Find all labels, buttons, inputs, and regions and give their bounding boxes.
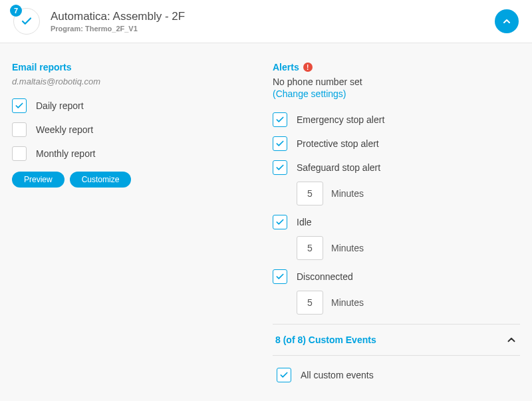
- monthly-report-row: Monthly report: [12, 146, 259, 161]
- weekly-report-checkbox[interactable]: [12, 122, 27, 137]
- disconnected-minutes-input[interactable]: [297, 291, 323, 315]
- preview-button[interactable]: Preview: [12, 172, 65, 188]
- all-custom-events-row: All custom events: [277, 368, 516, 382]
- idle-minutes-input[interactable]: [297, 236, 323, 260]
- email-reports-column: Email reports d.maltais@robotiq.com Dail…: [12, 62, 259, 394]
- no-phone-text: No phone number set: [273, 76, 520, 87]
- daily-report-label: Daily report: [36, 100, 84, 111]
- check-icon: [15, 101, 24, 110]
- chevron-up-icon: [501, 16, 512, 27]
- check-icon: [21, 15, 33, 27]
- disconnected-row: Disconnected: [273, 269, 520, 284]
- header-left: 7 Automatica: Assembly - 2F Program: The…: [13, 8, 185, 35]
- disconnected-label: Disconnected: [297, 271, 353, 282]
- emergency-stop-checkbox[interactable]: [273, 112, 287, 127]
- safeguard-minutes-input[interactable]: [297, 182, 323, 205]
- disconnected-minutes-label: Minutes: [331, 297, 364, 308]
- all-custom-events-checkbox[interactable]: [277, 368, 291, 382]
- check-icon: [275, 272, 285, 281]
- check-icon: [275, 163, 285, 172]
- disconnected-minutes-row: Minutes: [297, 291, 520, 315]
- idle-checkbox[interactable]: [273, 215, 287, 229]
- report-buttons: Preview Customize: [12, 172, 259, 188]
- check-icon: [275, 217, 285, 227]
- change-settings-link[interactable]: (Change settings): [273, 88, 346, 99]
- idle-label: Idle: [297, 217, 312, 227]
- alerts-column: Alerts ! No phone number set (Change set…: [273, 62, 520, 394]
- content: Email reports d.maltais@robotiq.com Dail…: [0, 43, 532, 401]
- page-title: Automatica: Assembly - 2F: [51, 10, 185, 23]
- disconnected-checkbox[interactable]: [273, 269, 287, 284]
- weekly-report-label: Weekly report: [36, 124, 93, 135]
- safeguard-stop-row: Safeguard stop alert: [273, 160, 520, 175]
- email-reports-title: Email reports: [12, 62, 259, 72]
- alert-warning-icon: !: [303, 63, 313, 72]
- idle-row: Idle: [273, 215, 520, 229]
- safeguard-minutes-row: Minutes: [297, 182, 520, 205]
- check-icon: [279, 370, 289, 380]
- all-custom-events-label: All custom events: [301, 370, 374, 380]
- emergency-stop-label: Emergency stop alert: [297, 114, 384, 125]
- station-icon-circle[interactable]: 7: [13, 8, 40, 35]
- check-icon: [275, 115, 285, 124]
- protective-stop-row: Protective stop alert: [273, 136, 520, 151]
- safeguard-stop-checkbox[interactable]: [273, 160, 287, 175]
- weekly-report-row: Weekly report: [12, 122, 259, 137]
- daily-report-checkbox[interactable]: [12, 98, 27, 113]
- idle-minutes-label: Minutes: [331, 243, 364, 253]
- protective-stop-label: Protective stop alert: [297, 138, 379, 149]
- header: 7 Automatica: Assembly - 2F Program: The…: [0, 0, 532, 43]
- monthly-report-label: Monthly report: [36, 148, 95, 159]
- safeguard-minutes-label: Minutes: [331, 188, 364, 199]
- chevron-up-icon: [505, 334, 517, 346]
- badge-count: 7: [10, 5, 22, 17]
- collapse-button[interactable]: [495, 9, 519, 33]
- title-block: Automatica: Assembly - 2F Program: Therm…: [51, 10, 185, 33]
- program-subtitle: Program: Thermo_2F_V1: [51, 25, 185, 33]
- email-address: d.maltais@robotiq.com: [12, 76, 259, 86]
- protective-stop-checkbox[interactable]: [273, 136, 287, 151]
- custom-events-body: All custom events: [273, 356, 520, 394]
- check-icon: [275, 139, 285, 148]
- daily-report-row: Daily report: [12, 98, 259, 113]
- alerts-title: Alerts !: [273, 62, 520, 72]
- custom-events-header[interactable]: 8 (of 8) Custom Events: [273, 324, 520, 356]
- emergency-stop-row: Emergency stop alert: [273, 112, 520, 127]
- alerts-title-text: Alerts: [273, 62, 299, 72]
- custom-events-title: 8 (of 8) Custom Events: [275, 334, 376, 345]
- monthly-report-checkbox[interactable]: [12, 146, 27, 161]
- idle-minutes-row: Minutes: [297, 236, 520, 260]
- safeguard-stop-label: Safeguard stop alert: [297, 162, 380, 173]
- customize-button[interactable]: Customize: [70, 172, 132, 188]
